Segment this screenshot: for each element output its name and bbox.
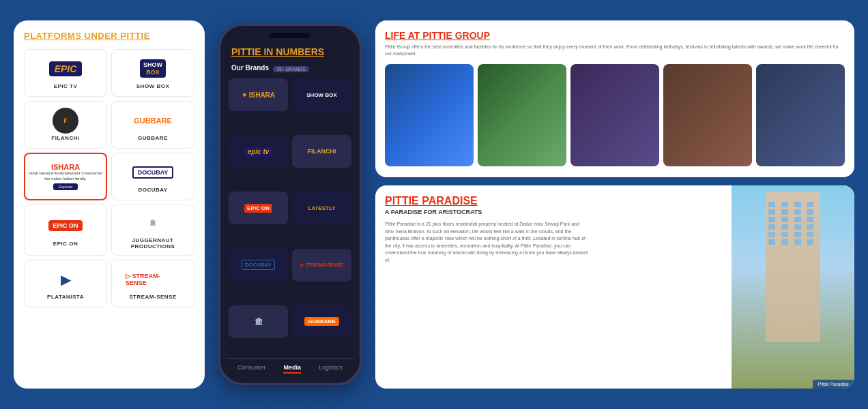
left-panel-title: PLATFORMS UNDER PITTIE — [24, 31, 194, 41]
right-side: LIFE AT PITTIE GROUP Pittie Group offers… — [375, 20, 854, 389]
brand-cell-stream-sense[interactable]: ▷ STREAM-SENSE STREAM-SENSE — [111, 260, 194, 307]
phone-gubbare-logo: GUBBARE — [304, 317, 338, 326]
phone-notch — [270, 33, 310, 38]
brand-cell-platanista[interactable]: ▶ PLATANISTA — [24, 260, 107, 307]
life-at-pittie-panel: LIFE AT PITTIE GROUP Pittie Group offers… — [375, 20, 854, 177]
building-shape — [766, 192, 820, 342]
brand-name-gubbare: GUBBARE — [138, 135, 168, 141]
brand-cell-showbox[interactable]: SHOWBOX SHOW BOX — [111, 49, 194, 97]
epic-on-logo: EPIC ON — [38, 214, 93, 238]
brand-cell-gubbare[interactable]: GUBBARE GUBBARE — [111, 101, 194, 149]
ishara-logo: ISHARA — [51, 163, 80, 171]
epic-tv-logo: EPIC — [38, 57, 93, 80]
pittie-paradise-panel: PITTIE PARADISE A PARADISE FOR ARISTOCRA… — [375, 185, 854, 389]
brand-cell-filanchi[interactable]: F FILANCHI — [24, 101, 107, 149]
building-windows — [766, 199, 820, 247]
brands-grid: EPIC EPIC TV SHOWBOX SHOW BOX F FILANCHI… — [24, 49, 194, 307]
life-photos-row — [385, 64, 845, 166]
brand-name-epic-on: EPIC ON — [53, 241, 78, 247]
phone-showbox-logo: SHOW BOX — [306, 92, 336, 98]
paradise-description: Pittie Paradise is a 21 plus floors resi… — [385, 221, 590, 264]
brand-name-juggernaut: JUGGERNAUT PRODUCTIONS — [115, 237, 191, 249]
phone-mockup: PITTIE IN NUMBERS Our Brands 35+ BRANDS … — [218, 24, 362, 385]
building-simulation: Pittie Paradise — [732, 185, 854, 389]
photo-5 — [756, 64, 845, 166]
phone-brand-streamsense[interactable]: ▷ STREAM-SENSE — [292, 249, 351, 282]
left-panel: PLATFORMS UNDER PITTIE EPIC EPIC TV SHOW… — [14, 20, 205, 389]
paradise-subtitle: A PARADISE FOR ARISTOCRATS — [385, 209, 722, 215]
phone-brand-jugg[interactable]: 🏛️ — [229, 305, 288, 338]
phone-nav: Consumer Media Logistics — [226, 358, 354, 376]
phone-streamsense-logo: ▷ STREAM-SENSE — [300, 262, 343, 268]
paradise-title: PITTIE PARADISE — [385, 195, 722, 207]
pittie-in-numbers-title: PITTIE IN NUMBERS — [231, 46, 349, 57]
phone-brands-grid: ✦ ISHARA SHOW BOX epic tv FILANCHI EPIC … — [226, 78, 354, 358]
brand-cell-ishara[interactable]: ISHARA Hindi General Entertainment Chann… — [24, 153, 107, 200]
phone-brand-docubay[interactable]: DOCUBAY — [229, 249, 288, 282]
phone-brand-latestly[interactable]: LATESTLY — [292, 192, 351, 224]
photo-3 — [570, 64, 659, 166]
phone-nav-logistics[interactable]: Logistics — [319, 364, 343, 374]
juggernaut-logo: 🏛️ — [126, 211, 180, 234]
phone-epic-logo: epic tv — [244, 147, 273, 157]
ishara-description: Hindi General Entertainment Channel for … — [28, 171, 103, 182]
paradise-building-label: Pittie Paradise — [813, 380, 854, 389]
phone-latestly-logo: LATESTLY — [308, 205, 335, 211]
platanista-logo: ▶ — [38, 267, 93, 291]
brands-count-badge: 35+ BRANDS — [273, 66, 309, 72]
phone-brand-ishara[interactable]: ✦ ISHARA — [229, 78, 288, 111]
phone-brand-showbox[interactable]: SHOW BOX — [292, 78, 351, 111]
phone-docubay-logo: DOCUBAY — [242, 260, 276, 270]
phone-filanchi-logo: FILANCHI — [308, 148, 336, 155]
photo-2 — [478, 64, 566, 166]
paradise-content: PITTIE PARADISE A PARADISE FOR ARISTOCRA… — [375, 185, 732, 389]
brand-name-docubay: DOCUBAY — [138, 187, 167, 193]
brand-name-showbox: SHOW BOX — [136, 83, 169, 89]
phone-brand-filanchi[interactable]: FILANCHI — [292, 135, 351, 168]
showbox-logo: SHOWBOX — [126, 57, 180, 80]
middle-panel: PITTIE IN NUMBERS Our Brands 35+ BRANDS … — [215, 20, 365, 389]
photo-1 — [385, 64, 474, 166]
brand-cell-docubay[interactable]: DOCUBAY DOCUBAY — [111, 153, 194, 200]
stream-sense-logo: ▷ STREAM-SENSE — [126, 267, 180, 291]
phone-ishara-logo: ✦ ISHARA — [242, 91, 275, 99]
phone-nav-consumer[interactable]: Consumer — [237, 364, 266, 374]
phone-brand-epicon[interactable]: EPIC ON — [229, 192, 288, 224]
phone-jugg-logo: 🏛️ — [255, 318, 263, 325]
phone-brand-epic[interactable]: epic tv — [229, 135, 288, 168]
brand-name-platanista: PLATANISTA — [47, 294, 84, 300]
phone-epicon-logo: EPIC ON — [244, 204, 272, 213]
brands-label: Our Brands — [231, 64, 269, 72]
paradise-building-image: Pittie Paradise — [732, 185, 854, 389]
brand-cell-epic-on[interactable]: EPIC ON EPIC ON — [24, 204, 107, 256]
ishara-explore-btn[interactable]: Explore — [53, 183, 78, 190]
brands-header-row: Our Brands 35+ BRANDS — [226, 64, 354, 74]
life-pittie-title: LIFE AT PITTIE GROUP — [385, 30, 845, 41]
brand-name-epic-tv: EPIC TV — [54, 83, 78, 89]
photo-4 — [663, 64, 752, 166]
phone-header: PITTIE IN NUMBERS — [226, 44, 354, 60]
brand-name-filanchi: FILANCHI — [51, 135, 79, 141]
phone-brand-gubbare[interactable]: GUBBARE — [292, 305, 351, 338]
filanchi-logo: F — [38, 108, 93, 132]
brand-cell-juggernaut[interactable]: 🏛️ JUGGERNAUT PRODUCTIONS — [111, 204, 194, 256]
gubbare-logo: GUBBARE — [126, 108, 180, 132]
docubay-logo: DOCUBAY — [126, 160, 180, 184]
life-pittie-description: Pittie Group offers the best amenities a… — [385, 44, 845, 57]
phone-nav-media[interactable]: Media — [283, 364, 301, 374]
brand-name-stream-sense: STREAM-SENSE — [129, 294, 177, 300]
brand-cell-epic-tv[interactable]: EPIC EPIC TV — [24, 49, 107, 97]
